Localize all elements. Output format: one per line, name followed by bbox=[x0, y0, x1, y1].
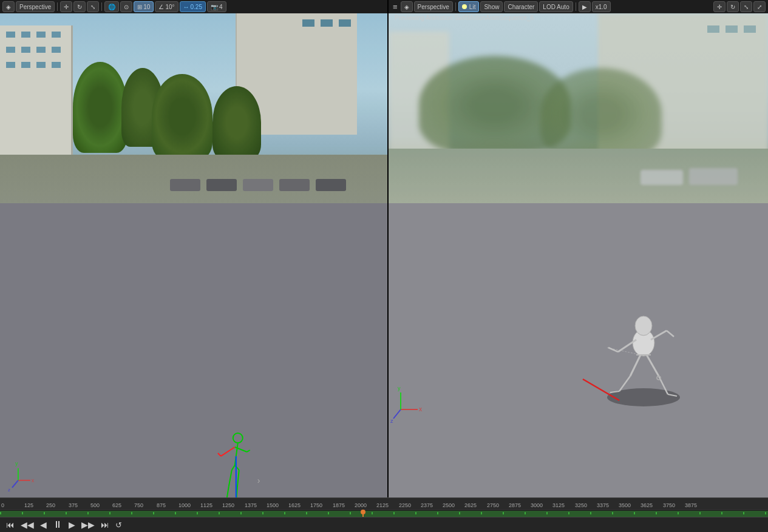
right-lit-btn[interactable]: Lit bbox=[458, 1, 480, 12]
timeline-track[interactable] bbox=[0, 510, 768, 517]
play-forward-btn[interactable]: ▶ bbox=[67, 520, 76, 530]
tick-2875: 2875 bbox=[509, 502, 521, 508]
timeline-ruler[interactable]: 0 125 250 375 500 625 750 875 1000 1125 … bbox=[0, 497, 768, 510]
svg-point-0 bbox=[233, 433, 243, 443]
last-frame-btn[interactable]: ⏭ bbox=[100, 520, 110, 530]
loop-btn[interactable]: ↺ bbox=[114, 520, 123, 530]
right-expand-btn[interactable]: ⤢ bbox=[753, 1, 766, 12]
svg-point-23 bbox=[635, 316, 652, 335]
tick-3375: 3375 bbox=[597, 502, 609, 508]
right-scene-top bbox=[389, 13, 768, 203]
right-transform-btn[interactable]: ✛ bbox=[713, 1, 726, 12]
rewind-to-start-btn[interactable]: ⏮ bbox=[5, 520, 16, 530]
tick-500: 500 bbox=[90, 502, 100, 508]
left-rotate-btn[interactable]: ↻ bbox=[73, 1, 86, 12]
svg-line-10 bbox=[237, 470, 239, 488]
tick-3625: 3625 bbox=[641, 502, 653, 508]
left-snap-btn[interactable]: ⊙ bbox=[120, 1, 132, 12]
left-perspective-icon-btn[interactable]: ◈ bbox=[2, 1, 15, 12]
svg-text:›: › bbox=[257, 476, 260, 485]
left-perspective-label-btn[interactable]: Perspective bbox=[16, 1, 55, 12]
viewport-right[interactable]: ≡ ◈ Perspective Lit Show Character LOD A… bbox=[389, 0, 768, 497]
tick-1375: 1375 bbox=[245, 502, 257, 508]
step-back-btn[interactable]: ◀◀ bbox=[19, 520, 35, 530]
left-camera-btn[interactable]: 📷 4 bbox=[207, 1, 226, 12]
left-transform-btn[interactable]: ✛ bbox=[60, 1, 72, 12]
toolbar-sep-2 bbox=[101, 2, 102, 11]
tick-3125: 3125 bbox=[552, 502, 565, 508]
right-play-btn[interactable]: ▶ bbox=[579, 1, 591, 12]
svg-line-27 bbox=[667, 331, 674, 337]
tick-750: 750 bbox=[134, 502, 143, 508]
svg-text:z: z bbox=[8, 487, 10, 493]
pause-btn[interactable]: ⏸ bbox=[52, 519, 64, 530]
tick-1625: 1625 bbox=[288, 502, 301, 508]
right-lod-btn[interactable]: LOD Auto bbox=[539, 1, 573, 12]
right-speed-btn[interactable]: x1.0 bbox=[592, 1, 611, 12]
left-angle-btn[interactable]: ∠ 10° bbox=[155, 1, 178, 12]
tick-1000: 1000 bbox=[178, 502, 191, 508]
tick-375: 375 bbox=[69, 502, 78, 508]
main-container: ◈ Perspective ✛ ↻ ⤡ 🌐 ⊙ ⊞ 10 ∠ 10° ↔ 0.2… bbox=[0, 0, 768, 532]
tick-1875: 1875 bbox=[333, 502, 345, 508]
right-character-btn[interactable]: Character bbox=[504, 1, 538, 12]
viewports-row: ◈ Perspective ✛ ↻ ⤡ 🌐 ⊙ ⊞ 10 ∠ 10° ↔ 0.2… bbox=[0, 0, 768, 497]
right-rotate-btn[interactable]: ↻ bbox=[727, 1, 739, 12]
tick-3500: 3500 bbox=[619, 502, 631, 508]
svg-line-8 bbox=[229, 470, 232, 487]
svg-line-5 bbox=[247, 450, 250, 452]
svg-line-29 bbox=[619, 376, 630, 391]
svg-line-4 bbox=[235, 447, 247, 452]
svg-line-3 bbox=[218, 453, 221, 456]
animation-preview-text: Previewing Animation SwiftMotionAnimSequ… bbox=[395, 15, 534, 21]
tick-875: 875 bbox=[157, 502, 166, 508]
playhead[interactable] bbox=[362, 510, 364, 517]
right-toolbar-extra: ✛ ↻ ⤡ ⤢ bbox=[713, 1, 766, 12]
right-hamburger-icon[interactable]: ≡ bbox=[391, 2, 399, 12]
svg-line-21 bbox=[583, 379, 619, 400]
timeline-area: 0 125 250 375 500 625 750 875 1000 1125 … bbox=[0, 497, 768, 532]
right-show-btn[interactable]: Show bbox=[480, 1, 503, 12]
svg-text:y: y bbox=[398, 385, 401, 391]
tick-625: 625 bbox=[112, 502, 121, 508]
right-scene-bottom: x y z bbox=[389, 203, 768, 497]
left-grid-btn[interactable]: ⊞ 10 bbox=[134, 1, 154, 12]
tick-3000: 3000 bbox=[531, 502, 543, 508]
left-skeleton-svg: x y z › bbox=[0, 203, 387, 497]
svg-text:x: x bbox=[32, 477, 35, 483]
toolbar-sep-1 bbox=[57, 2, 58, 11]
right-toolbar-sep-1 bbox=[455, 2, 456, 11]
svg-line-41 bbox=[393, 409, 401, 419]
viewport-left[interactable]: ◈ Perspective ✛ ↻ ⤡ 🌐 ⊙ ⊞ 10 ∠ 10° ↔ 0.2… bbox=[0, 0, 389, 497]
left-scale-btn[interactable]: ⤡ bbox=[87, 1, 99, 12]
right-scale-btn[interactable]: ⤡ bbox=[740, 1, 752, 12]
left-scene-bottom: x y z › bbox=[0, 203, 387, 497]
svg-line-9 bbox=[226, 487, 229, 497]
right-toolbar-sep-2 bbox=[576, 2, 576, 11]
tick-3750: 3750 bbox=[663, 502, 675, 508]
tick-2000: 2000 bbox=[355, 502, 367, 508]
left-scale-value-btn[interactable]: ↔ 0.25 bbox=[180, 1, 206, 12]
tick-1500: 1500 bbox=[267, 502, 279, 508]
left-viewport-toolbar: ◈ Perspective ✛ ↻ ⤡ 🌐 ⊙ ⊞ 10 ∠ 10° ↔ 0.2… bbox=[0, 0, 387, 13]
right-viewport-toolbar: ≡ ◈ Perspective Lit Show Character LOD A… bbox=[389, 0, 768, 13]
svg-text:y: y bbox=[15, 460, 18, 466]
tick-3875: 3875 bbox=[685, 502, 697, 508]
svg-line-26 bbox=[651, 331, 667, 340]
svg-text:x: x bbox=[419, 406, 422, 412]
tick-2750: 2750 bbox=[487, 502, 499, 508]
right-character-svg: x y z bbox=[389, 203, 768, 497]
svg-line-6 bbox=[232, 465, 235, 470]
playback-controls: ⏮ ◀◀ ◀ ⏸ ▶ ▶▶ ⏭ ↺ bbox=[0, 517, 768, 532]
right-perspective-icon-btn[interactable]: ◈ bbox=[401, 1, 413, 12]
tick-125: 125 bbox=[24, 502, 33, 508]
tick-3250: 3250 bbox=[575, 502, 587, 508]
tick-250: 250 bbox=[46, 502, 55, 508]
left-globe-btn[interactable]: 🌐 bbox=[104, 1, 119, 12]
step-forward-btn[interactable]: ▶▶ bbox=[80, 520, 96, 530]
tick-1750: 1750 bbox=[310, 502, 322, 508]
right-perspective-label-btn[interactable]: Perspective bbox=[414, 1, 453, 12]
left-scene-top bbox=[0, 13, 387, 203]
play-back-btn[interactable]: ◀ bbox=[39, 520, 48, 530]
svg-line-1 bbox=[235, 443, 238, 465]
